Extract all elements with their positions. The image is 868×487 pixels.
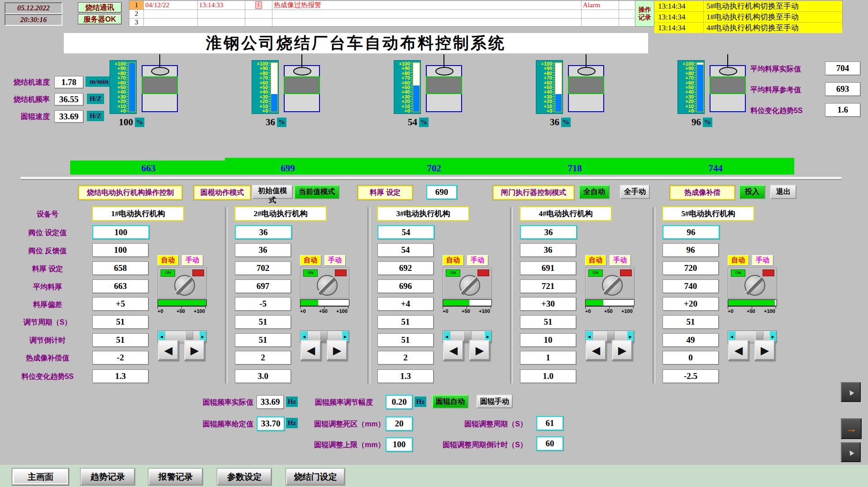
gauge-bar-track [129,62,136,112]
valve-position-fill [158,300,206,306]
exit-button[interactable]: 退出 [770,185,796,199]
decrease-button[interactable]: ◀ [158,340,179,360]
nav-sinter-gate-setting[interactable]: 烧结门设定 [286,468,345,485]
valve-set-input[interactable]: 36 [235,225,292,239]
on-indicator: ON [731,270,745,277]
ruler-max-label: +100 [336,308,348,314]
manual-mode-button[interactable]: 手动 [752,255,773,265]
roller-auto-button[interactable]: 圆辊自动 [432,395,468,408]
valve-knob [719,67,737,76]
op-record-row[interactable]: 13:14:34 1#电动执行机构切换至手动 [654,12,842,23]
actuator-op-control-label: 烧结电动执行机构操作控制 [78,185,182,200]
nav-trend-record[interactable]: 趋势记录 [81,468,135,485]
hand-tool-button[interactable]: ▲ [841,382,861,402]
valve-feedback-value: 100 [92,243,148,257]
roller-countdown-value: 60 [536,436,563,451]
rotary-switch[interactable] [602,275,623,296]
thickness-set-value: 658 [92,261,148,275]
gate-valve-graphic [426,65,462,112]
auto-mode-button[interactable]: 自动 [300,255,321,265]
thickness-deviation-value: +20 [663,297,719,311]
ruler-max-label: +100 [194,308,205,314]
rotary-switch[interactable] [459,275,480,296]
alarm-row[interactable]: 3 [129,19,635,27]
decrease-button[interactable]: ◀ [728,340,749,360]
manual-mode-button[interactable]: 手动 [324,255,345,265]
server-ok-button[interactable]: 服务器OK [78,14,122,24]
level-value: 702 [407,163,461,174]
roller-period-input[interactable]: 61 [536,416,563,430]
manual-mode-button[interactable]: 手动 [467,255,488,265]
engage-button[interactable]: 投入 [739,185,765,199]
rotary-switch[interactable] [744,275,765,296]
alarm-seq: 2 [129,10,144,18]
increase-button[interactable]: ▶ [184,340,205,360]
gauge-scale: +100+90+80+70+60+50+40+30+20+10+0 [536,61,553,113]
actuator-column: 3#电动执行机构 54 54 692 696 +4 51 51 2 1.3 自动… [377,207,495,385]
roller-manual-button[interactable]: 圆辊手动 [477,395,513,408]
jump-forward-button[interactable]: → [841,418,862,439]
date-display: 05.12.2022 [5,2,62,14]
manual-mode-button[interactable]: 手动 [182,255,203,265]
roller-upper-limit-input[interactable]: 100 [386,437,413,452]
valve-position-bar [585,299,634,306]
auto-mode-button[interactable]: 自动 [443,255,463,265]
thickness-deviation-value: -5 [235,297,291,311]
valve-feedback-value: 54 [377,243,434,257]
current-mode-button[interactable]: 当前值模式 [294,185,339,199]
valve-feedback-value: 36 [235,243,291,257]
auto-mode-button[interactable]: 自动 [585,255,606,265]
increase-button[interactable]: ▶ [754,340,775,360]
actuator-column: 4#电动执行机构 36 36 691 721 +30 51 10 1 1.0 自… [520,207,638,385]
adjust-countdown-value: 51 [92,333,148,347]
adjust-period-value: 51 [520,315,576,329]
full-manual-button[interactable]: 全手动 [620,185,650,199]
auto-mode-button[interactable]: 自动 [157,255,178,265]
rotary-switch[interactable] [317,275,338,296]
alarm-row[interactable]: 2 [129,10,635,19]
decrease-button[interactable]: ◀ [443,340,464,360]
rotary-switch[interactable] [174,275,195,296]
sinter-comm-button[interactable]: 烧结通讯 [78,2,122,13]
initial-mode-button[interactable]: 初始值模式 [252,185,293,199]
op-record-row[interactable]: 13:14:34 5#电动执行机构切换至手动 [654,1,842,12]
row-label-thermal-comp: 热成像补偿值 [5,354,91,363]
nav-param-setting[interactable]: 参数设定 [217,468,272,485]
roller-adj-step-input[interactable]: 0.20 [386,395,413,409]
gauge-ticks [410,63,412,111]
roller-freq-set-input[interactable]: 33.70 [257,416,285,431]
op-record-row[interactable]: 13:14:34 4#电动执行机构切换至手动 [654,23,842,33]
valve-position-ruler: +0 +50 +100 [728,306,776,315]
level-value: 718 [548,163,602,174]
valve-gate [142,76,178,94]
decrease-button[interactable]: ◀ [586,340,606,360]
nav-main-screen[interactable]: 主画面 [12,468,69,485]
mode-switch-panel: ON [157,267,207,298]
manual-mode-button[interactable]: 手动 [610,255,630,265]
alarm-tag [582,10,619,18]
valve-knob [293,67,311,76]
divider-line [20,177,842,179]
decrease-button[interactable]: ◀ [300,340,321,360]
roller-countdown-label: 圆辊调整周期倒计时（S） [434,440,527,450]
alarm-date [144,19,198,27]
increase-button[interactable]: ▶ [469,340,490,360]
alarm-row[interactable]: 1 04/12/22 13:14:33 ! 热成像过热报警 Alarm [129,1,635,10]
ruler-zero-label: +0 [728,308,734,314]
auto-mode-button[interactable]: 自动 [728,255,749,265]
increase-button[interactable]: ▶ [612,340,633,360]
valve-set-input[interactable]: 36 [520,225,577,239]
gauge-bar-fill [129,63,135,112]
gauge-scale-label: +0 [546,108,552,113]
increase-button[interactable]: ▶ [327,340,348,360]
hand-tool-button[interactable]: ▲ [841,442,861,462]
valve-set-input[interactable]: 100 [92,225,149,239]
column-separator [653,207,655,383]
valve-set-input[interactable]: 54 [377,225,434,239]
gauge-ticks [694,63,696,111]
nav-alarm-record[interactable]: 报警记录 [148,468,203,485]
roller-deadzone-input[interactable]: 20 [386,416,413,431]
full-auto-button[interactable]: 全自动 [579,185,610,199]
valve-set-input[interactable]: 96 [663,225,720,239]
thickness-set-input[interactable]: 690 [426,185,457,199]
